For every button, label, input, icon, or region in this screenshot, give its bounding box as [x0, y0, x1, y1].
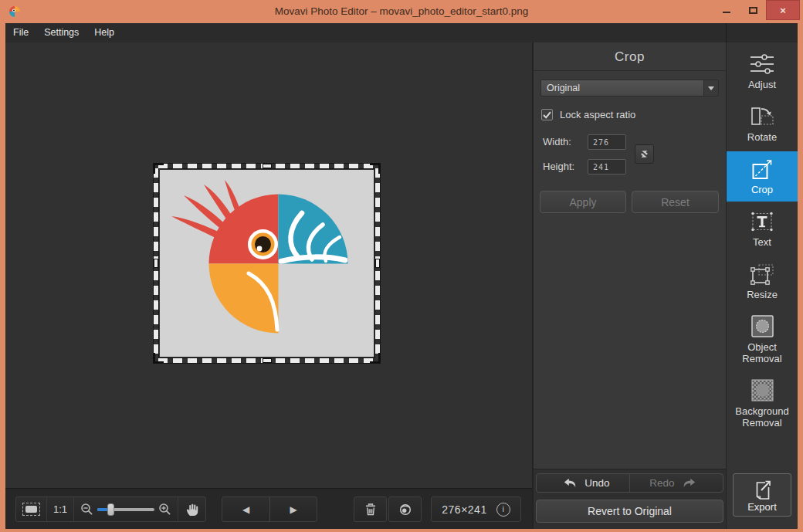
tool-background-removal[interactable]: Background Removal [727, 373, 798, 435]
image-size-display[interactable]: 276×241 i [431, 496, 521, 522]
redo-button[interactable]: Redo [629, 474, 723, 492]
previous-image-button[interactable]: ◀ [222, 497, 269, 521]
swap-dimensions-button[interactable] [635, 144, 654, 164]
zoom-ratio-label: 1:1 [53, 503, 67, 515]
marquee-handle-right[interactable] [375, 259, 380, 268]
zoom-slider[interactable] [97, 503, 154, 517]
hand-icon [185, 502, 199, 517]
lock-aspect-label: Lock aspect ratio [560, 109, 635, 120]
resize-icon [748, 261, 776, 287]
marquee-handle-left[interactable] [154, 259, 158, 268]
tool-rotate[interactable]: Rotate [727, 99, 798, 149]
caret-down-icon [708, 86, 714, 90]
swap-arrows-icon [639, 148, 650, 160]
minimize-icon [723, 12, 730, 13]
background-removal-icon [748, 378, 776, 404]
reset-button[interactable]: Reset [632, 191, 719, 213]
width-input[interactable] [588, 134, 626, 150]
tool-crop[interactable]: Crop [727, 151, 798, 202]
tools-sidebar: Adjust Rotate [727, 42, 798, 529]
marquee-handle-top[interactable] [263, 164, 272, 168]
height-label: Height: [543, 161, 574, 172]
export-label: Export [747, 501, 777, 513]
delete-image-button[interactable] [354, 496, 387, 522]
tool-label: Text [753, 237, 771, 249]
next-image-button[interactable]: ▶ [269, 497, 317, 521]
window-title: Movavi Photo Editor – movavi_photo_edito… [0, 0, 803, 23]
marquee-handle-topleft[interactable] [153, 163, 164, 174]
tool-label: Object Removal [728, 342, 796, 365]
menu-file[interactable]: File [5, 23, 36, 42]
undo-button[interactable]: Undo [537, 474, 629, 492]
crop-marquee[interactable] [154, 164, 380, 363]
close-button[interactable]: × [766, 0, 800, 20]
marquee-handle-bottomright[interactable] [370, 353, 381, 364]
app-window: Movavi Photo Editor – movavi_photo_edito… [0, 0, 803, 532]
tool-label: Background Removal [728, 406, 796, 429]
zoom-in-icon[interactable] [158, 503, 171, 516]
menubar-divider [726, 23, 727, 42]
object-removal-icon [748, 313, 776, 340]
actual-size-button[interactable]: 1:1 [46, 497, 73, 521]
sliders-icon [748, 51, 776, 77]
previous-icon: ◀ [242, 504, 249, 515]
tool-label: Adjust [748, 80, 776, 91]
image-size-value: 276×241 [442, 503, 486, 516]
eye-icon [398, 503, 413, 517]
zoom-slider-handle[interactable] [107, 503, 114, 516]
minimize-button[interactable] [713, 0, 740, 19]
statusbar: 1:1 [5, 488, 532, 529]
height-input[interactable] [588, 159, 626, 175]
tool-resize[interactable]: Resize [727, 256, 798, 307]
crop-preset-dropdown[interactable]: Original [540, 80, 719, 97]
crop-panel: Crop Original Lock aspect ratio Wid [534, 42, 726, 469]
tool-label: Resize [747, 290, 778, 301]
close-icon: × [780, 5, 786, 16]
image-canvas [5, 42, 532, 488]
lock-aspect-checkbox[interactable] [541, 109, 553, 120]
hand-tool-button[interactable] [178, 497, 205, 521]
apply-button[interactable]: Apply [540, 191, 626, 213]
export-button[interactable]: Export [733, 473, 791, 517]
menu-settings[interactable]: Settings [36, 23, 86, 42]
titlebar: Movavi Photo Editor – movavi_photo_edito… [0, 0, 803, 23]
fit-to-screen-button[interactable] [16, 497, 46, 521]
tool-label: Crop [751, 185, 773, 196]
crop-preset-value: Original [541, 83, 703, 93]
check-icon [542, 110, 552, 120]
history-bar: Undo Redo Revert to Original [534, 469, 726, 529]
maximize-icon [749, 7, 757, 14]
width-label: Width: [543, 136, 571, 147]
crop-icon [749, 156, 775, 182]
tool-text[interactable]: Text [727, 204, 798, 254]
marquee-handle-bottomleft[interactable] [153, 353, 164, 364]
info-icon: i [496, 503, 510, 517]
trash-icon [364, 502, 378, 517]
fit-to-screen-icon [22, 503, 40, 516]
undo-icon [563, 478, 578, 488]
menubar: File Settings Help [5, 23, 798, 42]
tool-object-removal[interactable]: Object Removal [727, 309, 798, 371]
dropdown-caret-button[interactable] [703, 80, 718, 96]
marquee-handle-bottom[interactable] [263, 358, 272, 363]
menu-help[interactable]: Help [86, 23, 122, 42]
rotate-icon [748, 103, 776, 130]
text-icon [749, 208, 775, 235]
tool-adjust[interactable]: Adjust [727, 46, 798, 97]
marquee-handle-topright[interactable] [370, 163, 381, 174]
maximize-button[interactable] [740, 0, 766, 19]
zoom-out-icon[interactable] [80, 503, 93, 516]
zoom-controls [73, 497, 178, 521]
revert-to-original-button[interactable]: Revert to Original [536, 500, 723, 523]
next-icon: ▶ [290, 504, 296, 515]
export-icon [750, 478, 774, 501]
redo-label: Redo [649, 477, 674, 489]
undo-label: Undo [584, 477, 609, 489]
show-original-button[interactable] [388, 496, 422, 522]
tool-label: Rotate [747, 132, 777, 144]
panel-title: Crop [534, 42, 726, 71]
redo-icon [682, 478, 696, 488]
